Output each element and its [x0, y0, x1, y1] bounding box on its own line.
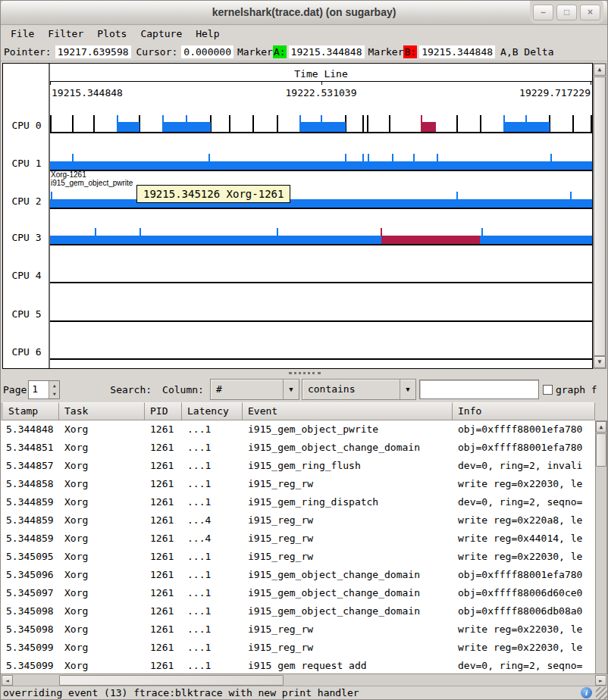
- splitter-handle-icon[interactable]: [289, 372, 321, 374]
- graph-vertical-scrollbar: ▲ ▼: [593, 63, 606, 369]
- task-bar[interactable]: [504, 122, 550, 132]
- title-bar[interactable]: kernelshark(trace.dat) (on sugarbay) – □…: [1, 1, 607, 25]
- cell-pid: 1261: [145, 457, 182, 475]
- task-bar[interactable]: [422, 122, 436, 132]
- event-tick: [591, 115, 592, 132]
- menu-plots[interactable]: Plots: [90, 26, 133, 42]
- search-input[interactable]: [419, 380, 539, 399]
- table-row[interactable]: 5.344848Xorg1261...1i915_gem_object_pwri…: [1, 420, 595, 439]
- cell-latency: ...1: [182, 439, 243, 457]
- event-tick: [50, 115, 52, 132]
- menu-filter[interactable]: Filter: [41, 26, 90, 42]
- table-rows: 5.344848Xorg1261...1i915_gem_object_pwri…: [1, 420, 595, 673]
- cell-latency: ...4: [182, 511, 243, 530]
- table-row[interactable]: 5.344859Xorg1261...4i915_reg_rwwrite reg…: [1, 511, 595, 530]
- cell-latency: ...1: [182, 566, 243, 584]
- task-bar[interactable]: [50, 161, 592, 170]
- column-header-task[interactable]: Task: [59, 402, 145, 420]
- info-label: Marker: [368, 46, 404, 58]
- page-spinbox[interactable]: 1 ▲ ▼: [28, 380, 60, 399]
- cell-task: Xorg: [59, 620, 145, 639]
- menu-capture[interactable]: Capture: [133, 26, 189, 42]
- cell-task: Xorg: [59, 602, 145, 620]
- plot-area[interactable]: Time Line 19215.344848 19222.531039 1922…: [50, 64, 592, 368]
- column-header-pid[interactable]: PID: [145, 402, 182, 420]
- table-row[interactable]: 5.344859Xorg1261...4i915_reg_rwwrite reg…: [1, 530, 595, 548]
- match-select[interactable]: contains ▼: [302, 379, 416, 400]
- event-tick: [93, 115, 95, 132]
- column-select-value: #: [211, 380, 283, 399]
- close-icon[interactable]: ×: [580, 5, 600, 20]
- cell-pid: 1261: [145, 439, 182, 457]
- spin-down-icon[interactable]: ▼: [49, 389, 59, 398]
- cell-task: Xorg: [59, 548, 145, 566]
- chevron-down-icon[interactable]: ▼: [400, 380, 415, 399]
- minimize-icon[interactable]: –: [533, 5, 553, 20]
- menu-help[interactable]: Help: [189, 26, 226, 42]
- task-bar[interactable]: [300, 122, 345, 132]
- resize-grip-icon[interactable]: [596, 687, 607, 699]
- cell-pid: 1261: [145, 639, 182, 657]
- cell-pid: 1261: [145, 548, 182, 566]
- scroll-up-icon[interactable]: ▲: [596, 421, 606, 433]
- time-label-end: 19229.717229: [519, 87, 591, 98]
- info-icon[interactable]: i: [581, 687, 592, 698]
- cell-event: i915_reg_rw: [243, 475, 453, 493]
- scroll-right-icon[interactable]: ►: [595, 675, 606, 686]
- cpu-baseline: [50, 320, 592, 322]
- cell-pid: 1261: [145, 657, 182, 673]
- column-header-stamp[interactable]: Stamp: [1, 402, 59, 420]
- cell-latency: ...1: [182, 493, 243, 511]
- status-bar: overriding event (13) ftrace:blktrace wi…: [1, 686, 607, 699]
- task-bar[interactable]: [50, 199, 592, 208]
- cell-info: obj=0xffff88001efa780: [453, 420, 595, 439]
- menu-file[interactable]: File: [4, 26, 41, 42]
- task-bar[interactable]: [50, 236, 592, 244]
- table-header: StampTaskPIDLatencyEventInfo: [1, 402, 607, 420]
- column-select[interactable]: # ▼: [210, 379, 299, 400]
- cell-task: Xorg: [59, 475, 145, 493]
- graph-follows-checkbox[interactable]: [543, 385, 553, 395]
- table-row[interactable]: 5.345096Xorg1261...1i915_gem_object_chan…: [1, 566, 595, 584]
- cell-latency: ...4: [182, 530, 243, 548]
- page-value: 1: [29, 381, 49, 398]
- table-scroll-thumb[interactable]: [596, 433, 606, 467]
- table-row[interactable]: 5.345098Xorg1261...1i915_gem_object_chan…: [1, 602, 595, 620]
- cell-stamp: 5.344859: [1, 530, 59, 548]
- maximize-icon[interactable]: □: [556, 5, 577, 20]
- table-row[interactable]: 5.345098Xorg1261...1i915_reg_rwwrite reg…: [1, 620, 595, 639]
- cell-pid: 1261: [145, 475, 182, 493]
- scroll-down-icon[interactable]: ▼: [594, 356, 606, 368]
- graph-scroll-thumb[interactable]: [594, 77, 606, 356]
- event-tick: [277, 115, 278, 132]
- table-row[interactable]: 5.344857Xorg1261...1i915_gem_ring_flushd…: [1, 457, 595, 475]
- cpu-baseline: [50, 208, 592, 209]
- task-bar[interactable]: [163, 122, 210, 132]
- task-bar[interactable]: [118, 122, 139, 132]
- cpu-row-label: CPU 1: [3, 158, 50, 169]
- table-row[interactable]: 5.345099Xorg1261...1i915 gem request add…: [1, 657, 595, 673]
- table-row[interactable]: 5.344851Xorg1261...1i915_gem_object_chan…: [1, 439, 595, 457]
- cell-pid: 1261: [145, 620, 182, 639]
- cell-info: obj=0xffff88001efa780: [453, 439, 595, 457]
- scroll-left-icon[interactable]: ◄: [2, 675, 13, 686]
- cell-info: dev=0, ring=2, invali: [453, 457, 595, 475]
- chevron-down-icon[interactable]: ▼: [283, 380, 299, 399]
- column-header-info[interactable]: Info: [453, 402, 595, 420]
- table-row[interactable]: 5.344859Xorg1261...1i915_gem_ring_dispat…: [1, 493, 595, 511]
- spin-up-icon[interactable]: ▲: [49, 381, 59, 390]
- cell-info: dev=0, ring=2, seqno=: [453, 657, 595, 673]
- table-row[interactable]: 5.345099Xorg1261...1i915_reg_rwwrite reg…: [1, 639, 595, 657]
- scroll-up-icon[interactable]: ▲: [594, 64, 606, 76]
- task-bar[interactable]: [381, 236, 480, 244]
- horizontal-scroll-thumb[interactable]: [59, 675, 284, 686]
- cell-task: Xorg: [59, 420, 145, 439]
- table-row[interactable]: 5.345095Xorg1261...1i915_reg_rwwrite reg…: [1, 548, 595, 566]
- column-header-event[interactable]: Event: [243, 402, 453, 420]
- cell-stamp: 5.344851: [1, 439, 59, 457]
- pane-splitter[interactable]: [1, 370, 607, 377]
- cell-event: i915_gem_ring_dispatch: [243, 493, 453, 511]
- table-row[interactable]: 5.344858Xorg1261...1i915_reg_rwwrite reg…: [1, 475, 595, 493]
- table-row[interactable]: 5.345097Xorg1261...1i915_gem_object_chan…: [1, 584, 595, 602]
- column-header-latency[interactable]: Latency: [182, 402, 243, 420]
